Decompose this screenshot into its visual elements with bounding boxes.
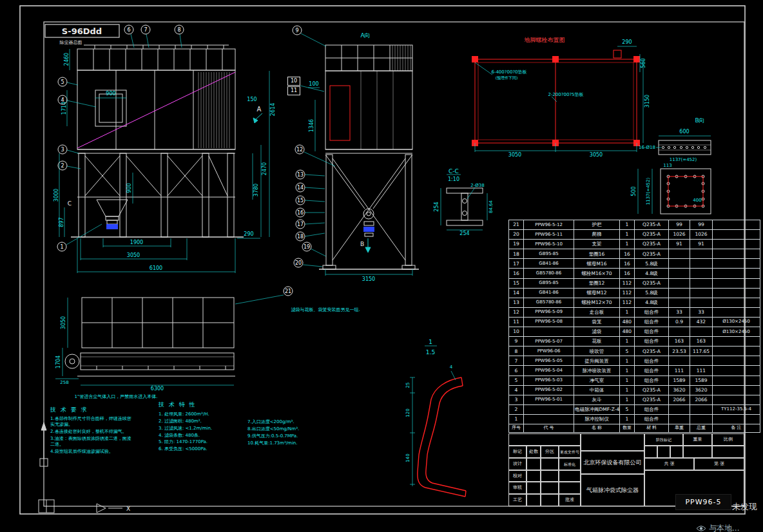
bom-cell: 3620 xyxy=(669,385,690,395)
bom-cell xyxy=(713,366,760,375)
dim-label: 100 xyxy=(309,82,318,87)
bom-cell: Q235-A xyxy=(635,385,669,395)
bom-row: 4PPW96-5-02中箱体1Q235-A36203620 xyxy=(509,385,760,395)
note-line: 6. 承受负压: <5000Pa. xyxy=(159,446,255,453)
bom-cell: 16 xyxy=(620,259,635,269)
bom-row: 5PPW96-5-03净气室1组合件15891589 xyxy=(509,375,760,385)
balloon-7: 7 xyxy=(141,25,151,35)
bom-cell: 螺母M12 xyxy=(574,288,620,298)
bom-cell xyxy=(690,298,713,307)
bom-cell: 33 xyxy=(669,307,690,317)
bom-cell: 5 xyxy=(620,347,635,356)
bom-cell: 19 xyxy=(509,240,524,249)
titleblock-cell xyxy=(581,433,644,451)
bom-row: 17GB41-86螺母M16165.8级 xyxy=(509,259,760,269)
bom-cell: 111 xyxy=(690,366,713,375)
titleblock-cell xyxy=(541,494,559,506)
bom-cell: 垫圈12 xyxy=(574,278,620,288)
bom-cell: 组合件 xyxy=(635,366,669,375)
bom-cell: 1026 xyxy=(690,230,713,240)
bom-header-cell: 备 注 xyxy=(713,424,760,432)
titleblock-cell: 处数 xyxy=(526,446,541,458)
bom-cell: PPW96-5-08 xyxy=(524,317,574,327)
dim-label: 6100 xyxy=(150,266,162,271)
bom-row: 21PPW96-5-12护栏1Q235-A9999 xyxy=(509,220,760,230)
bom-cell: 组合件 xyxy=(635,327,669,337)
bom-cell xyxy=(690,249,713,259)
bom-cell xyxy=(713,220,760,230)
bom-cell: PPW96-06 xyxy=(524,347,574,356)
bom-cell xyxy=(524,414,574,424)
note-line: 1.各部件制作尺寸符合图样，焊缝连续密实无渗漏。 xyxy=(50,416,135,428)
bom-cell: 23.53 xyxy=(669,347,690,356)
bom-cell xyxy=(669,404,690,414)
bom-row: 14GB41-86螺母M121125.8级 xyxy=(509,288,760,298)
bom-cell: 1 xyxy=(620,385,635,395)
dim-label: A xyxy=(257,106,262,113)
bom-cell: 花板 xyxy=(574,337,620,347)
bom-row: 11PPW96-5-08袋笼480组合件0.9432Ø130×2450 xyxy=(509,317,760,327)
bom-cell xyxy=(669,414,690,424)
bom-header-cell: 代 号 xyxy=(524,424,574,432)
bom-cell xyxy=(713,395,760,404)
bom-cell: 1 xyxy=(620,240,635,249)
dim-label: 1"管进含尘气体入口，严禁雨水进入本体. xyxy=(75,395,158,399)
dim-label: 2-Ø38 xyxy=(470,184,484,188)
balloon-15: 15 xyxy=(296,196,305,205)
bom-cell xyxy=(713,375,760,385)
titleblock-cell: 比例 xyxy=(712,433,744,446)
bom-cell xyxy=(713,230,760,240)
drawing-number-badge: PPW96-5 xyxy=(675,494,731,510)
titleblock-cell: 阶段标记 xyxy=(644,433,683,446)
bom-cell xyxy=(713,249,760,259)
dim-label: 400 xyxy=(693,198,701,203)
bom-cell: 16 xyxy=(620,269,635,278)
titleblock-cell: 北京环保设备有限公司 xyxy=(581,451,644,474)
note-line: 2. 过滤面积: 480m². xyxy=(159,418,255,425)
balloon-1: 1 xyxy=(57,242,67,252)
titleblock-cell: 工艺 xyxy=(508,494,526,506)
bom-cell xyxy=(669,327,690,337)
dim-label: 120 xyxy=(406,408,410,417)
dim-label: 25 xyxy=(406,383,410,388)
dim-label: 2-200?00?5垫板 xyxy=(548,93,583,97)
bom-header-cell: 总重 xyxy=(690,424,713,432)
dim-label: C xyxy=(68,201,72,207)
bom-cell xyxy=(690,278,713,288)
bom-cell: 1589 xyxy=(690,375,713,385)
top-view xyxy=(65,298,235,376)
note-line: 9.供气压力:0.5-0.7MPa. xyxy=(247,433,338,440)
cad-canvas[interactable]: S-96Ddd除尘器总图2460171430008979009001900305… xyxy=(0,0,763,532)
balloon-12: 12 xyxy=(295,145,305,155)
bom-cell: PPW96-5-04 xyxy=(524,366,574,375)
overlay-link[interactable]: 与本地... xyxy=(696,523,739,532)
bom-cell: 13 xyxy=(509,298,524,307)
titleblock-cell xyxy=(541,482,559,494)
dim-label: (预埋件下同) xyxy=(496,76,518,80)
bom-cell xyxy=(713,385,760,395)
bom-cell: Q235-A xyxy=(635,220,669,230)
dim-label: 560 xyxy=(641,58,646,68)
bom-cell: Ø130×2450 xyxy=(713,317,760,327)
dim-label: 3780 xyxy=(254,184,259,196)
bom-cell: 组合件 xyxy=(635,414,669,424)
bom-cell: 163 xyxy=(690,337,713,347)
bom-cell: 滤袋 xyxy=(574,327,620,337)
profile-detail-red xyxy=(418,377,466,497)
dim-label: 84.64 xyxy=(489,200,494,213)
balloon-8: 8 xyxy=(175,25,184,35)
bom-cell xyxy=(690,414,713,424)
titleblock-cell: 审核 xyxy=(508,482,526,494)
dim-label: B向 xyxy=(695,118,704,124)
tech-requirements-title: 技 术 要 求 xyxy=(50,406,135,414)
titleblock-cell: 共 张 xyxy=(644,458,694,470)
bom-cell: PPW96-5-09 xyxy=(524,307,574,317)
bom-row: 6PPW96-5-04脉冲喷吹装置1组合件111111 xyxy=(509,366,760,375)
titleblock-cell xyxy=(683,446,712,458)
bom-cell: Ø130×2450 xyxy=(713,327,760,337)
balloon-20: 20 xyxy=(294,258,304,268)
bom-cell: Q235-A xyxy=(635,347,669,356)
bom-cell xyxy=(713,298,760,307)
dim-label: 1:10 xyxy=(448,177,459,182)
bom-cell xyxy=(669,269,690,278)
